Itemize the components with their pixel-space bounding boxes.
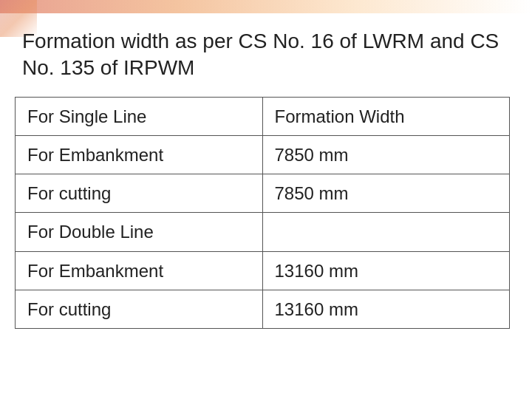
table-row: For Single LineFormation Width: [16, 97, 510, 135]
table-cell-label: For Single Line: [16, 97, 263, 135]
table-cell-value: Formation Width: [262, 97, 510, 135]
table-row: For Double Line: [16, 213, 510, 251]
table-cell-label: For Embankment: [16, 135, 263, 174]
table-cell-label: For Double Line: [16, 213, 263, 251]
table-row: For Embankment7850 mm: [16, 135, 510, 174]
table-cell-label: For cutting: [16, 290, 263, 328]
table-cell-value: [262, 213, 510, 251]
content-area: Formation width as per CS No. 16 of LWRM…: [0, 13, 532, 399]
table-cell-label: For Embankment: [16, 251, 263, 290]
page-title: Formation width as per CS No. 16 of LWRM…: [15, 28, 510, 82]
table-row: For Embankment13160 mm: [16, 251, 510, 290]
formation-width-table: For Single LineFormation WidthFor Embank…: [15, 97, 510, 329]
table-cell-value: 13160 mm: [262, 290, 510, 328]
table-cell-value: 7850 mm: [262, 135, 510, 174]
table-cell-value: 13160 mm: [262, 251, 510, 290]
top-decoration: [0, 0, 532, 13]
table-row: For cutting7850 mm: [16, 174, 510, 213]
table-cell-value: 7850 mm: [262, 174, 510, 213]
table-cell-label: For cutting: [16, 174, 263, 213]
table-row: For cutting13160 mm: [16, 290, 510, 328]
